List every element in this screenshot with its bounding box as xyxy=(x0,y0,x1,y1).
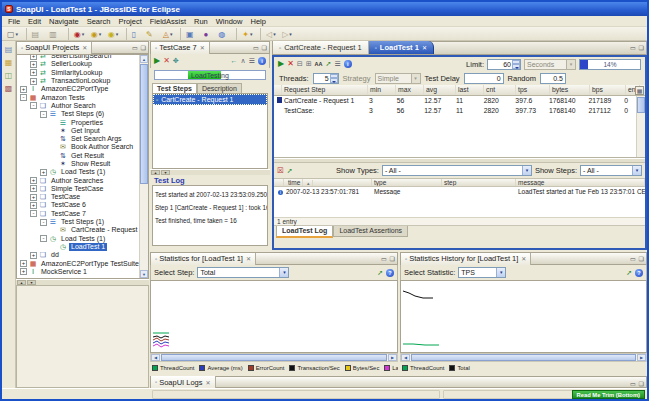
sash-up-icon[interactable]: ▲ xyxy=(151,170,160,175)
outline-view-icon[interactable]: ▩ xyxy=(5,84,13,93)
scroll-right-icon[interactable]: ▶ xyxy=(388,354,397,361)
strategy-select[interactable]: Simple ▾ xyxy=(375,73,421,84)
select-step-combo[interactable]: Total ▾ xyxy=(197,267,289,278)
tree-item[interactable]: - ▦ Amazon Tests xyxy=(18,93,139,101)
tree-item[interactable]: ✉ CartCreate - Request 1 xyxy=(18,226,139,234)
tab-loadtest-assertions[interactable]: LoadTest Assertions xyxy=(333,226,408,237)
tab-loadtest-log[interactable]: LoadTest Log xyxy=(276,226,333,238)
log-row[interactable]: i 2007-02-13 23:57:01:781 Message LoadTe… xyxy=(274,187,645,196)
show-steps-select[interactable]: - All - ▾ xyxy=(580,165,642,176)
expander-icon[interactable]: + xyxy=(20,86,27,93)
export-log-icon[interactable]: ➚ xyxy=(287,166,293,176)
scroll-thumb[interactable] xyxy=(411,354,636,361)
help-icon[interactable]: ? xyxy=(386,269,394,277)
expander-icon[interactable]: - xyxy=(40,235,47,242)
expander-icon[interactable]: - xyxy=(40,111,47,118)
tree-item[interactable]: ✉ Book Author Search xyxy=(18,143,139,151)
tree-vertical-scrollbar[interactable]: ▲ ▼ xyxy=(139,55,148,278)
scroll-up-icon[interactable]: ▲ xyxy=(140,55,148,63)
col-min[interactable]: min xyxy=(368,85,396,95)
tree-item[interactable]: + ⇄ TransactionLookup xyxy=(18,77,139,85)
toolbar-button[interactable]: ▯ xyxy=(126,28,144,40)
limit-unit-select[interactable]: Seconds ▾ xyxy=(524,59,576,70)
expander-icon[interactable]: + xyxy=(30,54,37,60)
tab-statistics-history[interactable]: ▫ Statistics History for [LoadTest 1] ✕ xyxy=(401,253,531,265)
dropdown-icon[interactable]: ▾ xyxy=(496,268,505,277)
tree-item[interactable]: + ❏ dd xyxy=(18,251,139,259)
col-time[interactable]: time ▴ xyxy=(284,179,372,186)
maximize-icon[interactable]: ❏ xyxy=(639,255,644,262)
test-delay-field[interactable]: 0 xyxy=(464,73,504,84)
run-loadtest-icon[interactable]: ▶ xyxy=(278,59,284,69)
menu-item[interactable]: Edit xyxy=(24,16,45,27)
close-icon[interactable]: ✕ xyxy=(246,255,251,262)
expander-icon[interactable]: - xyxy=(40,219,47,226)
select-statistic-combo[interactable]: TPS ▾ xyxy=(458,267,506,278)
expander-icon[interactable]: - xyxy=(20,94,27,101)
table-row[interactable]: CartCreate - Request 1 3 56 12.57 11 282… xyxy=(274,96,636,106)
dropdown-arrow-icon[interactable] xyxy=(289,22,294,40)
help-icon[interactable]: ? xyxy=(635,269,643,277)
expander-icon[interactable]: + xyxy=(30,202,37,209)
tree-item[interactable]: + ▦ AmazonEC2PortType TestSuite xyxy=(18,259,139,267)
minimize-icon[interactable]: ▭ xyxy=(630,44,636,51)
col-step[interactable]: step xyxy=(442,179,516,186)
test-step-item[interactable]: ▫ CartCreate - Request 1 xyxy=(153,94,267,105)
table-row[interactable]: TestCase: 3 56 12.57 11 2820 397.73 1768… xyxy=(274,106,636,116)
title-bar[interactable]: S SoapUI - LoadTest 1 - JBossIDE for Ecl… xyxy=(2,2,647,16)
tab-test-steps[interactable]: Test Steps xyxy=(152,83,197,93)
form-view-icon[interactable]: ◫ xyxy=(5,71,13,80)
col-type[interactable]: type xyxy=(372,179,442,186)
tab-loadtest-1[interactable]: ▫ LoadTest 1 ✕ xyxy=(369,41,434,54)
tree-item[interactable]: + ⇄ SellerLookup xyxy=(18,60,139,68)
export-icon[interactable]: ➚ xyxy=(377,268,383,278)
help-icon[interactable]: i xyxy=(344,60,352,68)
close-icon[interactable]: ✕ xyxy=(82,44,87,51)
tree-item[interactable]: + ❏ Simple TestCase xyxy=(18,185,139,193)
toolbar-button[interactable]: ● xyxy=(201,28,216,40)
close-icon[interactable]: ✕ xyxy=(521,255,526,262)
chart-horizontal-scrollbar[interactable]: ◀ ▶ xyxy=(400,353,647,362)
table-vertical-scrollbar[interactable] xyxy=(636,96,645,157)
close-icon[interactable]: ✕ xyxy=(206,379,211,386)
tree-item[interactable]: - ◷ Load Tests (1) xyxy=(18,235,139,243)
dropdown-arrow-icon[interactable] xyxy=(99,22,104,40)
expander-icon[interactable]: - xyxy=(30,210,37,217)
tree-item[interactable]: - ☰ Test Steps (1) xyxy=(18,218,139,226)
toolbar-button[interactable]: ▤ xyxy=(26,28,48,40)
scroll-thumb[interactable] xyxy=(161,354,387,361)
tree-item[interactable]: - ❏ Author Search xyxy=(18,102,139,110)
tab-testcase-7[interactable]: ▫ TestCase 7 ✕ xyxy=(151,42,210,54)
tab-description[interactable]: Description xyxy=(197,83,242,93)
col-bytes[interactable]: bytes xyxy=(550,85,590,95)
tree-item[interactable]: ⇅ Get Result xyxy=(18,152,139,160)
tree-item[interactable]: + Ⅰ AmazonEC2PortType xyxy=(18,85,139,93)
minimize-icon[interactable]: ▭ xyxy=(630,380,636,387)
col-message[interactable]: message xyxy=(516,179,645,186)
expander-icon[interactable]: + xyxy=(20,268,27,275)
col-request-step[interactable]: Request Step xyxy=(282,85,368,95)
expander-icon[interactable]: - xyxy=(30,102,37,109)
scroll-left-icon[interactable]: ◀ xyxy=(151,354,160,361)
col-last[interactable]: last xyxy=(456,85,484,95)
assertions-icon[interactable]: AA xyxy=(315,59,323,69)
scroll-down-icon[interactable]: ▼ xyxy=(140,270,148,278)
tree-item[interactable]: + ❏ TestCase xyxy=(18,193,139,201)
toolbar-button[interactable]: ◉ xyxy=(68,28,89,40)
tab-soapui-logs[interactable]: ▫ SoapUI Logs ✕ xyxy=(151,376,216,388)
tree-item[interactable]: ✶ Show Result xyxy=(18,160,139,168)
cancel-testcase-icon[interactable]: ✕ xyxy=(163,56,170,66)
tree-item[interactable]: + ◷ Load Tests (1) xyxy=(18,168,139,176)
dropdown-arrow-icon[interactable] xyxy=(250,22,255,40)
show-types-select[interactable]: - All - ▾ xyxy=(382,165,532,176)
run-from-step-icon[interactable]: ← xyxy=(231,56,238,66)
col-bps[interactable]: bps xyxy=(590,85,626,95)
maximize-icon[interactable]: ❏ xyxy=(262,44,267,51)
minimize-icon[interactable]: ▭ xyxy=(132,44,138,51)
expander-icon[interactable]: + xyxy=(40,169,47,176)
toolbar-button[interactable]: ▥ xyxy=(47,28,65,40)
close-icon[interactable]: ✕ xyxy=(422,44,427,51)
tree-item[interactable]: + ⇄ SimilarityLookup xyxy=(18,69,139,77)
col-cnt[interactable]: cnt xyxy=(484,85,516,95)
toolbar-button[interactable]: ▷ xyxy=(280,28,296,40)
